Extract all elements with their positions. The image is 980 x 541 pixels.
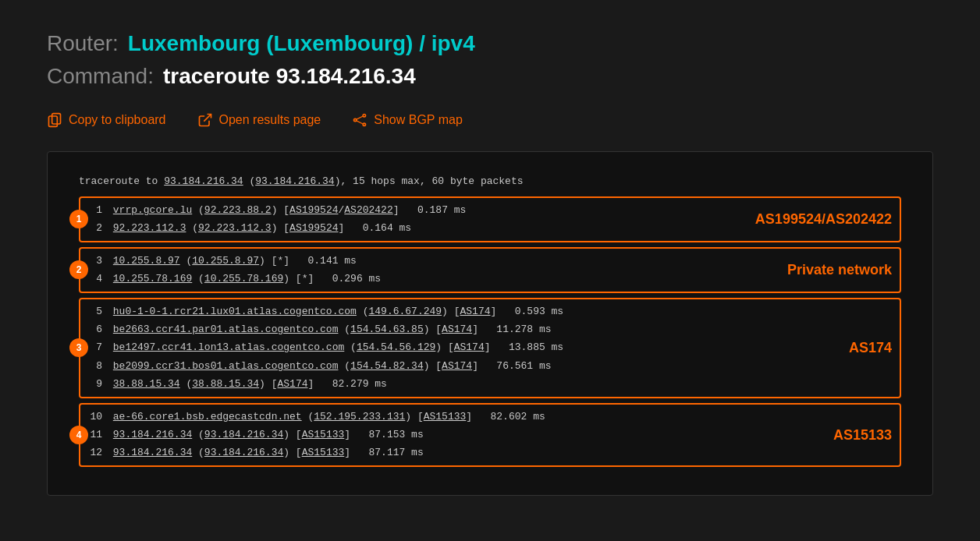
copy-label: Copy to clipboard [69,113,166,127]
hop12-as[interactable]: AS15133 [302,447,345,458]
group-number-2: 2 [69,260,88,279]
hop4-host[interactable]: 10.255.78.169 [113,273,192,285]
hop6-as[interactable]: AS174 [442,324,472,335]
group-label-4: AS15133 [833,426,892,443]
hop5-as[interactable]: AS174 [460,306,491,317]
command-value: traceroute 93.184.216.34 [163,64,416,89]
hop9-ip[interactable]: 38.88.15.34 [192,378,259,390]
hop4-ip[interactable]: 10.255.78.169 [204,273,283,285]
copy-to-clipboard-button[interactable]: Copy to clipboard [47,112,166,128]
hop-group-3: 3 AS174 5 hu0-1-0-1.rcr21.lux01.atlas.co… [79,298,901,398]
bgp-map-icon [352,112,368,128]
page-header: Router: Luxembourg (Luxembourg) / ipv4 C… [47,31,933,89]
hop7-ip[interactable]: 154.54.56.129 [357,341,435,353]
hop-line-6: 6 be2663.ccr41.par01.atlas.cogentco.com … [87,320,893,338]
hop1-ip[interactable]: 92.223.88.2 [204,204,272,216]
router-row: Router: Luxembourg (Luxembourg) / ipv4 [47,31,933,56]
hop11-host[interactable]: 93.184.216.34 [113,429,192,440]
hop-line-11: 11 93.184.216.34 (93.184.216.34) [AS1513… [87,426,893,444]
open-results-label: Open results page [219,113,321,127]
hop9-host[interactable]: 38.88.15.34 [113,378,180,390]
hop12-ip[interactable]: 93.184.216.34 [204,447,283,458]
svg-point-5 [363,123,365,126]
terminal-box: traceroute to 93.184.216.34 (93.184.216.… [47,151,933,496]
open-results-button[interactable]: Open results page [197,112,321,128]
svg-line-7 [357,121,363,124]
hop-group-1: 1 AS199524/AS202422 1 vrrp.gcore.lu (92.… [79,196,901,242]
svg-line-6 [357,116,363,119]
hop-line-3: 3 10.255.8.97 (10.255.8.97) [*] 0.141 ms [87,252,893,270]
svg-point-4 [363,115,365,117]
hop6-ip[interactable]: 154.54.63.85 [350,324,424,335]
hop2-as[interactable]: AS199524 [289,222,338,234]
group-number-1: 1 [69,210,88,228]
hop-line-10: 10 ae-66.core1.bsb.edgecastcdn.net (152.… [87,408,893,426]
svg-line-2 [204,115,211,122]
hop6-host[interactable]: be2663.ccr41.par01.atlas.cogentco.com [113,324,339,335]
hop3-ip[interactable]: 10.255.8.97 [192,255,259,267]
router-value: Luxembourg (Luxembourg) / ipv4 [128,31,475,56]
hop1-as1[interactable]: AS199524 [289,204,338,216]
toolbar: Copy to clipboard Open results page Show… [47,112,933,128]
command-row: Command: traceroute 93.184.216.34 [47,64,933,89]
group-number-3: 3 [69,338,88,357]
hop10-host[interactable]: ae-66.core1.bsb.edgecastcdn.net [113,411,302,423]
hop9-as[interactable]: AS174 [277,378,307,390]
hop-line-5: 5 hu0-1-0-1.rcr21.lux01.atlas.cogentco.c… [87,302,893,320]
hop7-host[interactable]: be12497.ccr41.lon13.atlas.cogentco.com [113,341,344,353]
hop-line-4: 4 10.255.78.169 (10.255.78.169) [*] 0.29… [87,270,893,288]
hop11-ip[interactable]: 93.184.216.34 [204,429,283,440]
hop10-as[interactable]: AS15133 [424,411,467,423]
hop10-ip[interactable]: 152.195.233.131 [314,411,405,423]
svg-point-3 [354,118,357,121]
clipboard-icon [47,112,62,128]
hop3-host[interactable]: 10.255.8.97 [113,255,180,267]
hop-group-2: 2 Private network 3 10.255.8.97 (10.255.… [79,247,901,293]
group-label-2: Private network [787,262,892,278]
hop1-as2[interactable]: AS202422 [344,204,392,216]
hop2-ip[interactable]: 92.223.112.3 [198,222,272,234]
router-label: Router: [47,31,119,56]
svg-rect-1 [49,116,58,126]
hop8-as[interactable]: AS174 [442,360,472,372]
external-link-icon [197,112,213,128]
hop12-host[interactable]: 93.184.216.34 [113,447,192,458]
command-label: Command: [47,64,154,89]
bgp-map-label: Show BGP map [374,113,463,127]
hop-line-7: 7 be12497.ccr41.lon13.atlas.cogentco.com… [87,338,893,356]
dest-ip-link2[interactable]: 93.184.216.34 [255,175,334,187]
hop-group-4: 4 AS15133 10 ae-66.core1.bsb.edgecastcdn… [79,403,901,467]
hop11-as[interactable]: AS15133 [302,429,345,440]
hop-line-8: 8 be2099.ccr31.bos01.atlas.cogentco.com … [87,357,893,375]
hop7-as[interactable]: AS174 [454,341,485,353]
hop2-host[interactable]: 92.223.112.3 [113,222,186,234]
hop8-ip[interactable]: 154.54.82.34 [350,360,424,372]
group-number-4: 4 [69,426,88,444]
hop-line-12: 12 93.184.216.34 (93.184.216.34) [AS1513… [87,444,893,461]
dest-ip-link1[interactable]: 93.184.216.34 [164,175,243,187]
group-label-1: AS199524/AS202422 [755,211,892,228]
show-bgp-map-button[interactable]: Show BGP map [352,112,463,128]
hop1-host[interactable]: vrrp.gcore.lu [113,204,192,216]
hop8-host[interactable]: be2099.ccr31.bos01.atlas.cogentco.com [113,360,339,372]
hop-line-9: 9 38.88.15.34 (38.88.15.34) [AS174] 82.2… [87,375,893,393]
group-label-3: AS174 [849,340,892,356]
svg-rect-0 [52,114,61,124]
trace-header: traceroute to 93.184.216.34 (93.184.216.… [79,175,901,187]
hop5-ip[interactable]: 149.6.67.249 [368,306,442,317]
hop5-host[interactable]: hu0-1-0-1.rcr21.lux01.atlas.cogentco.com [113,306,357,317]
